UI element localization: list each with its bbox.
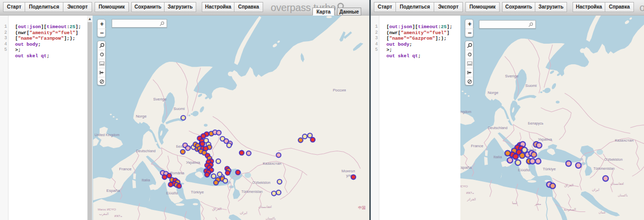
svg-text:O'zbekiston: O'zbekiston bbox=[604, 158, 622, 161]
svg-text:عمان: عمان bbox=[599, 210, 606, 214]
svg-text:España: España bbox=[460, 165, 472, 170]
svg-text:Беларусь: Беларусь bbox=[528, 122, 543, 126]
svg-text:Ελλάδα: Ελλάδα bbox=[166, 191, 178, 195]
svg-text:Italia: Italia bbox=[494, 155, 502, 159]
svg-text:Türkiye: Türkiye bbox=[543, 167, 556, 171]
svg-text:مصر: مصر bbox=[534, 202, 541, 206]
svg-text:France: France bbox=[471, 144, 484, 148]
svg-text:باكستان: باكستان bbox=[618, 194, 628, 197]
svg-text:España: España bbox=[107, 188, 120, 193]
svg-text:Sverige: Sverige bbox=[153, 97, 167, 101]
svg-text:Italia: Italia bbox=[142, 178, 150, 182]
svg-text:Maroc ⵍⵎⵖⵔ: Maroc ⵍⵎⵖⵔ bbox=[460, 185, 468, 188]
svg-text:العراق: العراق bbox=[564, 183, 574, 187]
svg-text:Россия: Россия bbox=[333, 88, 346, 92]
svg-text:Україна: Україна bbox=[538, 137, 552, 142]
svg-text:Deutschland: Deutschland bbox=[136, 149, 156, 153]
svg-text:Suomi: Suomi bbox=[174, 106, 185, 111]
svg-text:السعودية: السعودية bbox=[564, 207, 576, 211]
svg-text:العراق: العراق bbox=[212, 207, 222, 211]
svg-text:Türkiye: Türkiye bbox=[191, 190, 204, 194]
svg-text:افغانستان: افغانستان bbox=[259, 205, 272, 208]
svg-text:ⵍⵣⵢⴰ: ⵍⵣⵢⴰ bbox=[466, 191, 474, 194]
svg-text:Україна: Україна bbox=[186, 160, 200, 165]
svg-text:ایران: ایران bbox=[592, 188, 599, 192]
svg-text:ایران: ایران bbox=[240, 211, 248, 215]
svg-text:Ελλάδα: Ελλάδα bbox=[518, 168, 530, 172]
svg-text:الجزائر: الجزائر bbox=[466, 198, 476, 201]
svg-text:Deutschland: Deutschland bbox=[488, 126, 508, 130]
svg-text:Монгол: Монгол bbox=[342, 169, 355, 173]
svg-text:Norge: Norge bbox=[488, 90, 499, 95]
svg-text:Sverige: Sverige bbox=[505, 74, 519, 78]
svg-text:Suomi: Suomi bbox=[525, 83, 537, 88]
svg-text:中国: 中国 bbox=[358, 205, 366, 210]
svg-text:Казахстан: Казахстан bbox=[615, 138, 633, 143]
svg-text:France: France bbox=[119, 167, 132, 172]
svg-text:باكستان: باكستان bbox=[266, 217, 276, 220]
svg-text:ليبيا: ليبيا bbox=[512, 201, 517, 204]
svg-text:Türkmenistan: Türkmenistan bbox=[593, 167, 614, 170]
svg-text:O'zbekiston: O'zbekiston bbox=[252, 181, 270, 184]
svg-text:المغرب: المغرب bbox=[99, 212, 109, 216]
svg-text:Türkmenistan: Türkmenistan bbox=[242, 190, 263, 193]
svg-text:Norge: Norge bbox=[136, 114, 147, 119]
svg-text:افغانستان: افغانستان bbox=[610, 182, 624, 185]
svg-text:Maroc ⵍⵎⵖⵔ: Maroc ⵍⵎⵖⵔ bbox=[98, 208, 116, 211]
svg-text:România: România bbox=[170, 171, 184, 175]
svg-text:United Kingdom: United Kingdom bbox=[95, 133, 120, 137]
svg-text:ⵍⵣⵢⴰ: ⵍⵣⵢⴰ bbox=[114, 214, 122, 217]
svg-text:Казахстан: Казахстан bbox=[263, 161, 281, 166]
svg-text:United Kingdom: United Kingdom bbox=[460, 110, 471, 114]
